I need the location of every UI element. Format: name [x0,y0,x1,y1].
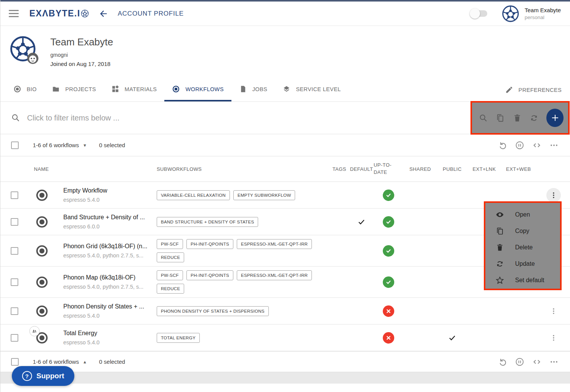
team-badge-icon [29,326,40,336]
eye-icon [496,210,504,219]
subworkflow-chips: TOTAL ENERGY [153,333,313,343]
theme-toggle[interactable] [471,10,487,17]
up-to-date-status-icon [383,276,394,288]
account-avatar[interactable] [502,5,519,22]
column-name: NAME [25,166,153,172]
select-all-checkbox[interactable] [11,141,19,149]
widgets-icon [111,85,119,93]
bottom-strip [0,372,570,384]
pagination-dropdown[interactable]: 1-6 of 6 workflows ▼ [33,142,87,148]
pause-icon[interactable] [515,357,524,366]
workflow-subtitle: espresso 6.0.0 [63,223,153,230]
more-horizontal-icon[interactable] [549,357,559,366]
up-to-date-cell [373,305,404,317]
column-subworkflows: SUBWORKFLOWS [153,166,329,172]
tab-bio[interactable]: BIO [6,78,44,101]
up-to-date-status-icon [383,245,394,257]
table-row[interactable]: Total Energy espresso 5.4.0 TOTAL ENERGY [0,325,570,351]
tab-service-level[interactable]: SERVICE LEVEL [275,78,348,101]
workflow-icon [35,275,49,289]
select-all-checkbox-footer[interactable] [11,358,19,366]
column-up-to-date: UP-TO-DATE [373,162,397,176]
undo-icon[interactable] [498,357,507,366]
refresh-icon[interactable] [530,113,538,123]
menu-item-update[interactable]: Update [485,255,560,272]
copy-icon [496,227,504,235]
workflow-icon [35,304,49,318]
question-icon: ? [22,371,32,381]
tab-workflows[interactable]: WORKFLOWS [164,78,231,101]
footer-bar: 1-6 of 6 workflows ▲ 0 selected [0,351,570,372]
row-checkbox[interactable] [11,218,18,226]
page-title: ACCOUNT PROFILE [118,10,184,18]
tab-projects[interactable]: PROJECTS [44,78,104,101]
column-ext-lnk: EXT+LNK [468,166,500,172]
row-menu-kebab-icon[interactable] [546,188,561,202]
tab-preferences[interactable]: PREFERENCES [498,78,570,101]
subworkflow-chip: PH-INIT-QPOINTS [186,239,233,249]
copy-icon[interactable] [496,113,504,123]
search-icon [11,113,20,122]
up-to-date-cell [373,245,404,257]
workflow-subtitle: espresso 5.4.0, python 2.7.5, s... [63,284,153,290]
row-checkbox[interactable] [11,278,18,286]
up-to-date-status-icon [383,190,394,201]
subworkflow-chip: REDUCE [157,252,184,262]
public-cell [436,334,468,342]
column-tags: TAGS [329,166,350,172]
filter-input[interactable] [27,114,256,122]
workflow-subtitle: espresso 5.4.0 [63,313,153,319]
column-default: DEFAULT [350,166,373,172]
delete-icon[interactable] [513,113,522,123]
hamburger-menu-icon[interactable] [9,10,19,17]
code-icon[interactable] [532,141,541,150]
subworkflow-chip: BAND STRUCTURE + DENSITY OF STATES [157,217,258,227]
menu-item-open[interactable]: Open [485,206,560,223]
subworkflow-chip: EMPTY SUBWORKFLOW [233,190,295,200]
table-row[interactable]: Phonon Density of States + ... espresso … [0,298,570,325]
row-checkbox[interactable] [11,247,18,255]
back-arrow-icon[interactable] [99,9,108,18]
search-icon[interactable] [479,113,488,123]
workflow-name: Band Structure + Density of ... [63,214,153,221]
column-public: PUBLIC [436,166,468,172]
subworkflow-chip: TOTAL ENERGY [157,333,200,343]
up-to-date-status-icon [383,332,394,344]
menu-item-delete[interactable]: Delete [485,239,560,255]
row-checkbox[interactable] [11,191,18,199]
toolbar-annotation [470,101,570,135]
account-info[interactable]: Team Exabyte personal [525,7,561,20]
document-icon [239,85,247,93]
layers-icon [283,85,291,93]
pause-icon[interactable] [515,141,524,150]
trash-icon [496,243,504,252]
soccer-ball-icon [81,10,89,18]
folder-icon [52,85,60,93]
up-to-date-status-icon [383,305,394,317]
undo-icon[interactable] [498,141,507,150]
workflow-name: Total Energy [63,330,153,337]
code-icon[interactable] [532,357,541,366]
exabyte-logo[interactable]: EXΛBYTE.I [29,8,89,19]
selected-count: 0 selected [99,142,125,148]
menu-item-set-default[interactable]: Set default [485,272,560,288]
subworkflow-chip: VARIABLE-CELL RELAXATION [157,190,230,200]
column-shared: SHARED [404,166,436,172]
tab-materials[interactable]: MATERIALS [104,78,165,101]
row-menu-kebab-icon[interactable] [546,304,561,318]
profile-name: Team Exabyte [50,36,113,48]
support-button[interactable]: ? Support [12,366,74,386]
pagination-dropdown-footer[interactable]: 1-6 of 6 workflows ▲ [33,358,87,365]
more-horizontal-icon[interactable] [549,141,559,150]
tab-jobs[interactable]: JOBS [231,78,275,101]
add-workflow-button[interactable] [546,109,564,127]
row-checkbox[interactable] [11,334,18,342]
up-to-date-cell [373,276,404,288]
menu-item-copy[interactable]: Copy [485,223,560,239]
row-checkbox[interactable] [11,307,18,315]
selection-bar: 1-6 of 6 workflows ▼ 0 selected [0,134,570,156]
sync-icon [496,260,504,268]
profile-avatar [10,35,36,62]
table-header: NAME SUBWORKFLOWS TAGS DEFAULT UP-TO-DAT… [0,156,570,182]
row-menu-kebab-icon[interactable] [546,331,561,345]
